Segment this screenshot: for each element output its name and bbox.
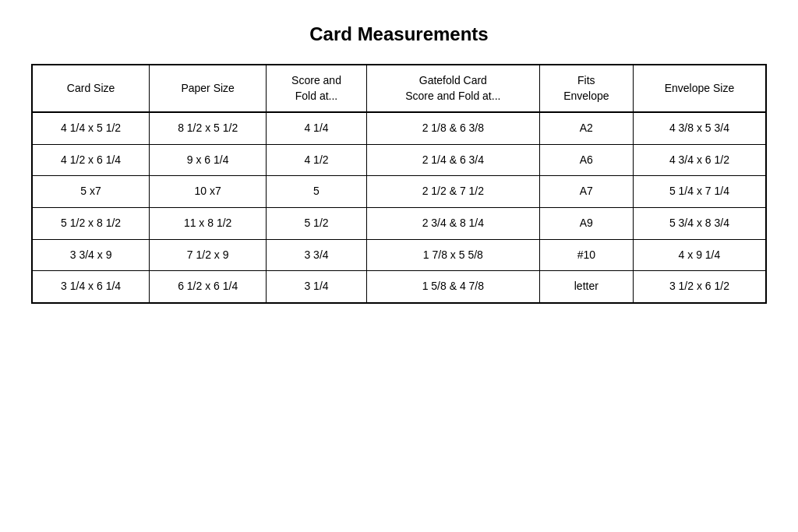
cell-fits_envelope: A6 — [539, 144, 633, 176]
cell-paper_size: 10 x7 — [150, 176, 267, 208]
cell-gatefold: 2 1/4 & 6 3/4 — [366, 144, 539, 176]
cell-score_fold: 4 1/2 — [267, 144, 367, 176]
cell-envelope_size: 4 3/8 x 5 3/4 — [633, 112, 766, 144]
page-title: Card Measurements — [31, 23, 767, 45]
cell-card_size: 3 1/4 x 6 1/4 — [32, 271, 150, 303]
table-row: 3 1/4 x 6 1/46 1/2 x 6 1/43 1/41 5/8 & 4… — [32, 271, 766, 303]
table-row: 4 1/2 x 6 1/49 x 6 1/44 1/22 1/4 & 6 3/4… — [32, 144, 766, 176]
cell-gatefold: 2 1/8 & 6 3/8 — [366, 112, 539, 144]
header-card-size: Card Size — [32, 65, 150, 112]
table-row: 5 x710 x752 1/2 & 7 1/2A75 1/4 x 7 1/4 — [32, 176, 766, 208]
cell-fits_envelope: A2 — [539, 112, 633, 144]
cell-envelope_size: 4 3/4 x 6 1/2 — [633, 144, 766, 176]
cell-card_size: 4 1/2 x 6 1/4 — [32, 144, 150, 176]
cell-envelope_size: 4 x 9 1/4 — [633, 239, 766, 271]
cell-paper_size: 6 1/2 x 6 1/4 — [150, 271, 267, 303]
cell-fits_envelope: A7 — [539, 176, 633, 208]
table-row: 5 1/2 x 8 1/211 x 8 1/25 1/22 3/4 & 8 1/… — [32, 207, 766, 239]
page-container: Card Measurements Card Size Paper Size S… — [31, 23, 767, 304]
cell-card_size: 4 1/4 x 5 1/2 — [32, 112, 150, 144]
table-header-row: Card Size Paper Size Score andFold at...… — [32, 65, 766, 112]
header-paper-size: Paper Size — [150, 65, 267, 112]
cell-score_fold: 3 3/4 — [267, 239, 367, 271]
cell-envelope_size: 5 3/4 x 8 3/4 — [633, 207, 766, 239]
cell-gatefold: 2 3/4 & 8 1/4 — [366, 207, 539, 239]
cell-card_size: 3 3/4 x 9 — [32, 239, 150, 271]
cell-score_fold: 4 1/4 — [267, 112, 367, 144]
cell-gatefold: 1 7/8 x 5 5/8 — [366, 239, 539, 271]
cell-score_fold: 5 1/2 — [267, 207, 367, 239]
cell-paper_size: 8 1/2 x 5 1/2 — [150, 112, 267, 144]
cell-score_fold: 5 — [267, 176, 367, 208]
table-row: 3 3/4 x 97 1/2 x 93 3/41 7/8 x 5 5/8#104… — [32, 239, 766, 271]
header-envelope-size: Envelope Size — [633, 65, 766, 112]
cell-card_size: 5 x7 — [32, 176, 150, 208]
cell-score_fold: 3 1/4 — [267, 271, 367, 303]
cell-fits_envelope: A9 — [539, 207, 633, 239]
header-gatefold: Gatefold CardScore and Fold at... — [366, 65, 539, 112]
cell-paper_size: 9 x 6 1/4 — [150, 144, 267, 176]
header-fits-envelope: FitsEnvelope — [539, 65, 633, 112]
cell-gatefold: 2 1/2 & 7 1/2 — [366, 176, 539, 208]
cell-fits_envelope: #10 — [539, 239, 633, 271]
cell-envelope_size: 5 1/4 x 7 1/4 — [633, 176, 766, 208]
table-row: 4 1/4 x 5 1/28 1/2 x 5 1/24 1/42 1/8 & 6… — [32, 112, 766, 144]
header-score-fold: Score andFold at... — [267, 65, 367, 112]
cell-paper_size: 11 x 8 1/2 — [150, 207, 267, 239]
cell-envelope_size: 3 1/2 x 6 1/2 — [633, 271, 766, 303]
cell-fits_envelope: letter — [539, 271, 633, 303]
cell-gatefold: 1 5/8 & 4 7/8 — [366, 271, 539, 303]
measurements-table: Card Size Paper Size Score andFold at...… — [31, 64, 767, 304]
cell-paper_size: 7 1/2 x 9 — [150, 239, 267, 271]
cell-card_size: 5 1/2 x 8 1/2 — [32, 207, 150, 239]
